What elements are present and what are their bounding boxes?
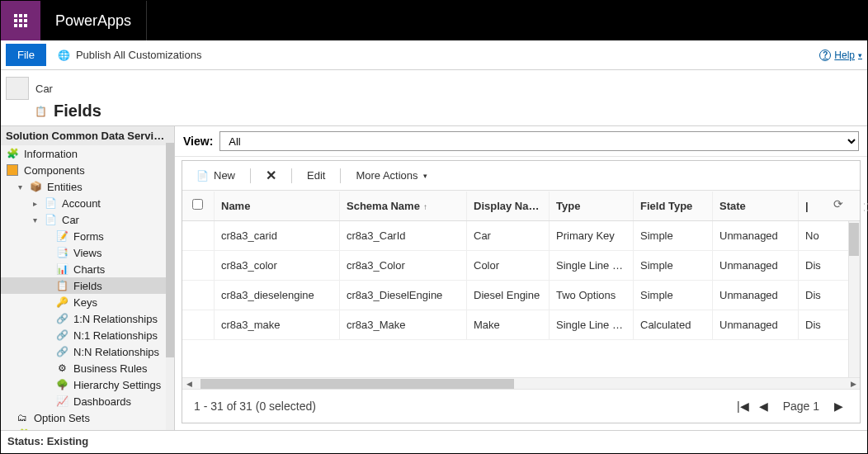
sidebar-label: Car xyxy=(62,214,79,226)
sidebar-item-forms[interactable]: 📝Forms xyxy=(1,228,174,244)
sidebar-label: 1:N Relationships xyxy=(73,313,158,325)
svg-rect-5 xyxy=(24,19,27,22)
cell-schema: cr8a3_Make xyxy=(339,310,466,339)
svg-rect-4 xyxy=(19,19,22,22)
next-page-button[interactable]: ▶ xyxy=(829,398,848,414)
scroll-right-button[interactable]: ▶ xyxy=(847,378,860,390)
rules-icon: ⚙ xyxy=(55,362,68,375)
toolbar-separator xyxy=(291,168,292,183)
cell-ftype: Simple xyxy=(633,281,712,310)
cell-schema: cr8a3_Color xyxy=(339,251,466,280)
cell-type: Primary Key xyxy=(549,221,633,250)
expand-icon[interactable]: ▸ xyxy=(31,199,39,208)
entity-icon: 📄 xyxy=(44,196,57,210)
first-page-button[interactable]: |◀ xyxy=(732,398,754,414)
sidebar-label: Keys xyxy=(73,296,97,309)
sidebar-item-business-rules[interactable]: ⚙Business Rules xyxy=(1,360,174,376)
sidebar-label: Information xyxy=(24,148,78,160)
sidebar-label: Client Extensions xyxy=(34,428,116,431)
sidebar-item-n1-rel[interactable]: 🔗N:1 Relationships xyxy=(1,327,174,343)
cell-schema: cr8a3_DieselEngine xyxy=(339,281,466,310)
row-checkbox-cell[interactable] xyxy=(182,287,214,304)
table-row[interactable]: cr8a3_color cr8a3_Color Color Single Lin… xyxy=(182,251,860,281)
sidebar-label: Charts xyxy=(73,263,105,276)
column-schema[interactable]: Schema Name↑ xyxy=(339,192,466,220)
expand-icon[interactable]: ▾ xyxy=(31,215,39,225)
sidebar-scrollbar-thumb[interactable] xyxy=(166,143,174,357)
sidebar-item-option-sets[interactable]: 🗂Option Sets xyxy=(1,409,174,426)
sidebar-item-entities[interactable]: ▾ 📦 Entities xyxy=(1,178,174,195)
table-row[interactable]: cr8a3_dieselengine cr8a3_DieselEngine Di… xyxy=(182,281,860,310)
sidebar-item-car[interactable]: ▾ 📄 Car xyxy=(1,211,174,228)
main-content: View: All 📄 New ✕ Edit More Actions xyxy=(175,126,867,430)
toolbar-separator xyxy=(340,168,341,183)
column-type[interactable]: Type xyxy=(549,192,633,220)
sidebar-item-dashboards[interactable]: 📈Dashboards xyxy=(1,393,174,409)
column-customizable[interactable]: | xyxy=(798,192,831,220)
scroll-left-button[interactable]: ◀ xyxy=(182,378,196,390)
delete-button[interactable]: ✕ xyxy=(259,166,283,185)
sidebar-item-information[interactable]: 🧩 Information xyxy=(1,145,174,162)
help-link[interactable]: ? Help ▾ xyxy=(819,50,862,61)
sidebar-label: N:N Relationships xyxy=(73,346,159,358)
grid-horizontal-scrollbar-thumb[interactable] xyxy=(200,379,514,389)
sidebar-label: Hierarchy Settings xyxy=(73,379,161,391)
app-launcher-button[interactable] xyxy=(1,1,40,40)
grid-vertical-scrollbar-thumb[interactable] xyxy=(849,223,859,256)
row-checkbox-cell[interactable] xyxy=(182,317,214,333)
cell-display: Diesel Engine xyxy=(466,281,549,310)
column-display[interactable]: Display Name xyxy=(466,192,549,220)
relationship-icon: 🔗 xyxy=(55,329,68,342)
status-text: Status: Existing xyxy=(7,435,88,447)
row-checkbox-cell[interactable] xyxy=(182,258,214,274)
select-all-checkbox[interactable] xyxy=(192,199,203,210)
cell-name: cr8a3_carid xyxy=(214,221,339,250)
sidebar-item-keys[interactable]: 🔑Keys xyxy=(1,294,174,310)
new-button[interactable]: 📄 New xyxy=(189,168,242,184)
svg-rect-0 xyxy=(14,14,17,17)
grid-horizontal-scrollbar[interactable]: ◀ ▶ xyxy=(182,377,860,389)
column-name[interactable]: Name xyxy=(214,192,339,220)
edit-label: Edit xyxy=(307,169,325,182)
sidebar-item-fields[interactable]: 📋Fields xyxy=(1,277,174,294)
column-field-type[interactable]: Field Type xyxy=(633,192,712,220)
table-row[interactable]: cr8a3_make cr8a3_Make Make Single Line o… xyxy=(182,310,860,340)
select-all-column[interactable] xyxy=(182,191,214,220)
sidebar-item-account[interactable]: ▸ 📄 Account xyxy=(1,195,174,211)
entity-icon xyxy=(6,77,29,100)
sidebar-item-views[interactable]: 📑Views xyxy=(1,244,174,261)
expand-icon[interactable]: ▾ xyxy=(16,182,24,192)
view-selector-row: View: All xyxy=(175,126,867,157)
sidebar-item-hierarchy[interactable]: 🌳Hierarchy Settings xyxy=(1,376,174,393)
view-dropdown[interactable]: All xyxy=(219,131,859,151)
cell-state: Unmanaged xyxy=(712,281,798,310)
sidebar-item-charts[interactable]: 📊Charts xyxy=(1,261,174,277)
file-button[interactable]: File xyxy=(6,44,46,66)
cell-type: Single Line of... xyxy=(549,310,633,339)
edit-button[interactable]: Edit xyxy=(300,168,332,183)
cell-ftype: Simple xyxy=(633,221,712,250)
breadcrumb-entity[interactable]: Car xyxy=(35,83,53,95)
sidebar-item-components[interactable]: Components xyxy=(1,162,174,178)
prev-page-button[interactable]: ◀ xyxy=(754,398,773,414)
status-bar: Status: Existing xyxy=(1,430,867,453)
publish-label: Publish All Customizations xyxy=(76,49,201,61)
sidebar-label: Option Sets xyxy=(34,412,90,424)
sidebar-item-nn-rel[interactable]: 🔗N:N Relationships xyxy=(1,343,174,360)
more-actions-label: More Actions xyxy=(356,169,417,182)
sidebar-item-1n-rel[interactable]: 🔗1:N Relationships xyxy=(1,310,174,327)
cell-state: Unmanaged xyxy=(712,310,798,339)
column-state[interactable]: State xyxy=(712,192,798,220)
splitter-handle[interactable]: ⋮⋮ xyxy=(866,200,867,213)
refresh-button[interactable]: ⟳ xyxy=(833,197,843,210)
grid-body: cr8a3_carid cr8a3_CarId Car Primary Key … xyxy=(182,221,860,377)
cell-ftype: Calculated xyxy=(633,310,712,339)
table-row[interactable]: cr8a3_carid cr8a3_CarId Car Primary Key … xyxy=(182,221,860,251)
sidebar-item-client-extensions[interactable]: 🧩Client Extensions xyxy=(1,426,174,430)
more-actions-button[interactable]: More Actions ▾ xyxy=(349,168,433,183)
cell-ftype: Simple xyxy=(633,251,712,280)
row-checkbox-cell[interactable] xyxy=(182,228,214,244)
publish-button[interactable]: 🌐 Publish All Customizations xyxy=(53,46,206,64)
sidebar-label: Business Rules xyxy=(73,362,148,375)
sidebar-label: Forms xyxy=(73,230,104,243)
